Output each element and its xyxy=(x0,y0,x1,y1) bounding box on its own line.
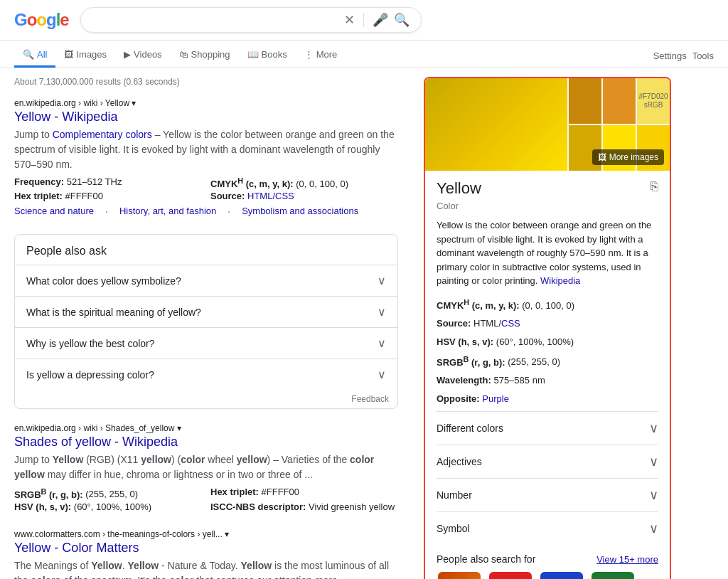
pase-thumb xyxy=(489,572,532,579)
meta-cell: Hex triplet: #FFFF00 xyxy=(210,487,398,499)
more-images-button[interactable]: 🖼 More images xyxy=(592,149,664,165)
knowledge-panel-column: #F7D020sRGB 🖼 More images Yellow ⎘ Color xyxy=(412,68,682,579)
paa-item[interactable]: Why is yellow the best color? ∨ xyxy=(15,327,397,358)
chevron-down-icon: ∨ xyxy=(378,274,386,287)
result-meta-grid: SRGBB (r, g, b): (255, 255, 0) Hex tripl… xyxy=(14,487,398,511)
kp-image-cell xyxy=(569,78,601,124)
knowledge-panel: #F7D020sRGB 🖼 More images Yellow ⎘ Color xyxy=(424,77,671,579)
meta-cell: SRGBB (r, g, b): (255, 255, 0) xyxy=(14,487,202,499)
pase-thumb xyxy=(540,572,583,579)
kp-body: Yellow ⎘ Color Yellow is the color betwe… xyxy=(425,171,670,579)
nav-bar: 🔍 All 🖼 Images ▶ Videos 🛍 Shopping 📖 Boo… xyxy=(0,41,728,68)
meta-cell: CMYKH (c, m, y, k): (0, 0, 100, 0) xyxy=(210,176,398,189)
kp-images-section: #F7D020sRGB 🖼 More images xyxy=(425,78,670,171)
images-icon: 🖼 xyxy=(64,49,73,60)
result-snippet: Jump to Complementary colors – Yellow is… xyxy=(14,127,398,172)
all-icon: 🔍 xyxy=(23,49,34,60)
result-item: en.wikipedia.org › wiki › Shades_of_yell… xyxy=(14,423,398,511)
paa-question: Is yellow a depressing color? xyxy=(26,369,154,381)
nav-item-all[interactable]: 🔍 All xyxy=(14,43,55,68)
books-icon: 📖 xyxy=(247,49,259,60)
result-title-link[interactable]: Shades of yellow - Wikipedia xyxy=(14,435,398,450)
result-item: en.wikipedia.org › wiki › Yellow ▾ Yello… xyxy=(14,98,398,217)
kp-fact-srgb: SRGBB (r, g, b): (255, 255, 0) xyxy=(437,353,658,369)
kp-main-image xyxy=(425,78,567,171)
result-item: www.colormatters.com › the-meanings-of-c… xyxy=(14,529,398,579)
kp-header: Yellow ⎘ xyxy=(437,179,658,198)
pase-view-more-link[interactable]: View 15+ more xyxy=(596,554,658,565)
google-logo: Google xyxy=(14,10,69,30)
pase-thumb xyxy=(438,572,481,579)
result-source: en.wikipedia.org › wiki › Shades_of_yell… xyxy=(14,423,398,433)
images-icon: 🖼 xyxy=(598,152,606,162)
paa-item[interactable]: Is yellow a depressing color? ∨ xyxy=(15,358,397,390)
pase-item-blue[interactable]: Blue xyxy=(539,572,584,579)
wikipedia-link[interactable]: Wikipedia xyxy=(540,275,580,286)
kp-expandable-adjectives[interactable]: Adjectives ∨ xyxy=(437,445,658,478)
sub-link[interactable]: Science and nature xyxy=(14,206,94,217)
nav-item-images[interactable]: 🖼 Images xyxy=(55,43,115,68)
result-source: www.colormatters.com › the-meanings-of-c… xyxy=(14,529,398,539)
chevron-down-icon: ∨ xyxy=(378,368,386,381)
kp-expandable-symbol[interactable]: Symbol ∨ xyxy=(437,511,658,545)
results-column: About 7,130,000,000 results (0.63 second… xyxy=(0,68,412,579)
meta-cell: ISCC-NBS descriptor: Vivid greenish yell… xyxy=(210,501,398,512)
paa-question: What color does yellow symbolize? xyxy=(26,275,181,287)
share-icon[interactable]: ⎘ xyxy=(651,179,658,194)
microphone-icon[interactable]: 🎤 xyxy=(373,12,388,28)
result-title-link[interactable]: Yellow - Color Matters xyxy=(14,541,398,556)
chevron-down-icon: ∨ xyxy=(649,521,658,536)
paa-item[interactable]: What is the spiritual meaning of yellow?… xyxy=(15,296,397,327)
chevron-down-icon: ∨ xyxy=(649,420,658,436)
result-source: en.wikipedia.org › wiki › Yellow ▾ xyxy=(14,98,398,108)
pase-title: People also search for xyxy=(437,553,535,565)
nav-item-books[interactable]: 📖 Books xyxy=(239,43,296,68)
kp-fact-opposite: Opposite: Purple xyxy=(437,392,658,406)
meta-cell: HSV (h, s, v): (60°, 100%, 100%) xyxy=(14,501,202,512)
kp-facts: CMYKH (c, m, y, k): (0, 0, 100, 0) Sourc… xyxy=(437,297,658,406)
chevron-down-icon: ∨ xyxy=(649,487,658,503)
chevron-down-icon: ∨ xyxy=(378,305,386,319)
pase-thumb xyxy=(592,572,634,579)
nav-item-videos[interactable]: ▶ Videos xyxy=(115,43,171,68)
snippet-link[interactable]: Complementary colors xyxy=(53,129,152,140)
kp-image-cell: #F7D020sRGB xyxy=(637,78,670,124)
people-also-search-for: People also search for View 15+ more Ora… xyxy=(437,545,658,579)
clear-icon[interactable]: ✕ xyxy=(344,12,355,28)
paa-question: What is the spiritual meaning of yellow? xyxy=(26,307,201,318)
people-also-ask: People also ask What color does yellow s… xyxy=(14,234,398,409)
kp-fact-cmyk: CMYKH (c, m, y, k): (0, 0, 100, 0) xyxy=(437,297,658,313)
css-link[interactable]: CSS xyxy=(501,318,520,329)
source-link[interactable]: HTML/CSS xyxy=(247,191,294,201)
kp-expandable-number[interactable]: Number ∨ xyxy=(437,478,658,511)
kp-fact-hsv: HSV (h, s, v): (60°, 100%, 100%) xyxy=(437,335,658,349)
tools-link[interactable]: Tools xyxy=(692,51,714,61)
kp-fact-source: Source: HTML/CSS xyxy=(437,317,658,331)
chevron-down-icon: ∨ xyxy=(649,454,658,469)
search-action-icons: ✕ 🎤 🔍 xyxy=(344,12,410,28)
sub-link[interactable]: History, art, and fashion xyxy=(119,206,216,217)
result-snippet: The Meanings of Yellow. Yellow - Nature … xyxy=(14,558,398,579)
result-meta-grid: Frequency: 521–512 THz CMYKH (c, m, y, k… xyxy=(14,176,398,201)
paa-item[interactable]: What color does yellow symbolize? ∨ xyxy=(15,265,397,296)
nav-right-actions: Settings Tools xyxy=(653,51,714,61)
opposite-link[interactable]: Purple xyxy=(482,393,509,404)
nav-item-shopping[interactable]: 🛍 Shopping xyxy=(171,43,239,68)
pase-item-green[interactable]: Green xyxy=(590,572,636,579)
search-icon[interactable]: 🔍 xyxy=(394,12,410,28)
nav-item-more[interactable]: ⋮ More xyxy=(296,43,346,68)
kp-expandable-different-colors[interactable]: Different colors ∨ xyxy=(437,411,658,445)
meta-cell: Hex triplet: #FFFF00 xyxy=(14,191,202,201)
result-snippet: Jump to Yellow (RGB) (X11 yellow) (color… xyxy=(14,452,398,482)
pase-header: People also search for View 15+ more xyxy=(437,553,658,565)
main-content: About 7,130,000,000 results (0.63 second… xyxy=(0,68,728,579)
settings-link[interactable]: Settings xyxy=(653,51,687,61)
kp-image-cell xyxy=(603,78,636,124)
search-input[interactable]: Yellow Color xyxy=(92,14,338,26)
pase-items: Orange Red Blue Green xyxy=(437,572,658,579)
pase-item-orange[interactable]: Orange xyxy=(437,572,482,579)
meta-cell: Frequency: 521–512 THz xyxy=(14,176,202,189)
sub-link[interactable]: Symbolism and associations xyxy=(242,206,358,217)
result-title-link[interactable]: Yellow - Wikipedia xyxy=(14,110,398,124)
pase-item-red[interactable]: Red xyxy=(488,572,533,579)
